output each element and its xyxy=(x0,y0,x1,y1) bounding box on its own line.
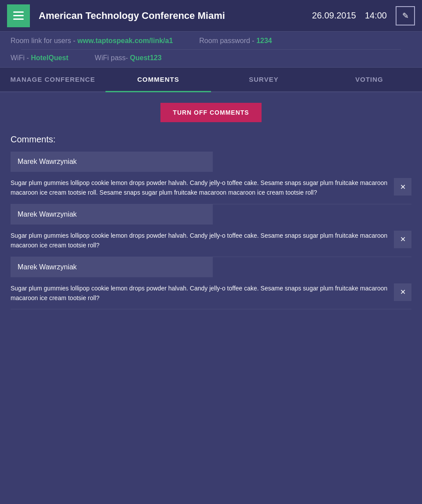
room-password-label: Room password - 1234 xyxy=(199,37,272,45)
room-link-value: www.taptospeak.com/link/a1 xyxy=(77,37,173,44)
comment-author-1: Marek Wawrzyniak xyxy=(11,152,213,172)
comment-row-2: Sugar plum gummies lollipop cookie lemon… xyxy=(11,225,411,257)
app-header: American Technology Conference Miami 26.… xyxy=(0,0,422,32)
delete-comment-3-button[interactable]: ✕ xyxy=(394,283,411,301)
edit-button[interactable]: ✎ xyxy=(396,6,415,25)
hamburger-icon xyxy=(13,18,24,20)
edit-icon: ✎ xyxy=(402,11,409,21)
comment-text-3: Sugar plum gummies lollipop cookie lemon… xyxy=(11,283,389,303)
comment-block-3: Marek Wawrzyniak Sugar plum gummies loll… xyxy=(11,257,411,310)
tab-comments[interactable]: COMMENTS xyxy=(106,68,211,92)
conference-time: 14:00 xyxy=(365,11,387,21)
conference-date: 26.09.2015 xyxy=(312,11,356,21)
comment-text-2: Sugar plum gummies lollipop cookie lemon… xyxy=(11,231,389,250)
comment-text-1: Sugar plum gummies lollipop cookie lemon… xyxy=(11,178,389,198)
hamburger-icon xyxy=(13,11,24,13)
comment-row-3: Sugar plum gummies lollipop cookie lemon… xyxy=(11,277,411,310)
wifi-pass-label: WiFi pass- Quest123 xyxy=(95,54,162,62)
room-password-value: 1234 xyxy=(256,37,272,44)
comment-block-1: Marek Wawrzyniak Sugar plum gummies loll… xyxy=(11,152,411,204)
comments-content: TURN OFF COMMENTS Comments: Marek Wawrzy… xyxy=(0,92,422,320)
tab-bar: MANAGE CONFERENCE COMMENTS SURVEY VOTING xyxy=(0,68,422,92)
room-link-label: Room link for users - www.taptospeak.com… xyxy=(11,37,173,45)
wifi-label: WiFi - HotelQuest xyxy=(11,54,69,62)
menu-button[interactable] xyxy=(7,4,30,27)
tab-survey[interactable]: SURVEY xyxy=(211,68,316,91)
comment-author-3: Marek Wawrzyniak xyxy=(11,257,213,277)
conference-title: American Technology Conference Miami xyxy=(39,10,312,22)
tab-voting[interactable]: VOTING xyxy=(316,68,422,91)
tab-manage-conference[interactable]: MANAGE CONFERENCE xyxy=(0,68,106,91)
comment-block-2: Marek Wawrzyniak Sugar plum gummies loll… xyxy=(11,204,411,257)
wifi-pass-value: Quest123 xyxy=(130,54,162,62)
wifi-name-value: HotelQuest xyxy=(31,54,68,62)
delete-comment-2-button[interactable]: ✕ xyxy=(394,231,411,248)
wifi-info-row: WiFi - HotelQuest WiFi pass- Quest123 xyxy=(11,54,411,62)
room-info-row: Room link for users - www.taptospeak.com… xyxy=(11,37,411,45)
turn-off-comments-button[interactable]: TURN OFF COMMENTS xyxy=(160,103,261,122)
comments-section-title: Comments: xyxy=(11,134,411,145)
comment-row-1: Sugar plum gummies lollipop cookie lemon… xyxy=(11,172,411,204)
info-divider xyxy=(21,49,401,50)
info-bar: Room link for users - www.taptospeak.com… xyxy=(0,32,422,68)
comment-author-2: Marek Wawrzyniak xyxy=(11,204,213,225)
delete-comment-1-button[interactable]: ✕ xyxy=(394,178,411,196)
hamburger-icon xyxy=(13,15,24,16)
